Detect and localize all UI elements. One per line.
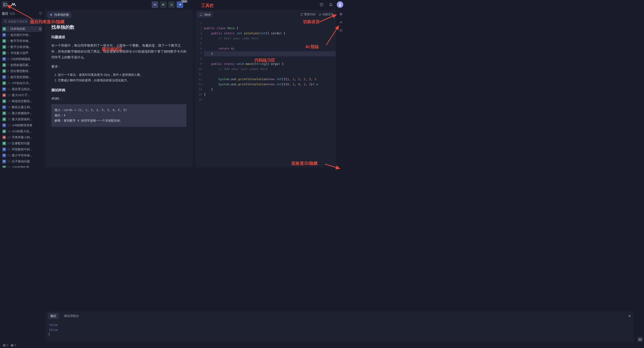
desc-heading: 问题描述 [51, 35, 186, 39]
search-input[interactable] [8, 20, 40, 23]
bell-icon[interactable] [328, 2, 334, 8]
problem-item[interactable]: 中2徒步旅行中的... [2, 32, 42, 38]
problem-item[interactable]: 中22最少字符串操... [2, 152, 42, 158]
description-tab[interactable]: 找单独的数 [47, 12, 72, 18]
req-1: 设计一个算法，使其时间复杂度为 O(n)，其中 n 是班级的人数。 [58, 72, 186, 78]
sidebar-title: 题目 [2, 12, 8, 16]
problem-name: 小F的永久代... [12, 81, 31, 85]
req-label: 要求： [51, 64, 186, 70]
problem-number: 7 [8, 64, 9, 67]
sample-box: 输入：cards = [1, 1, 2, 2, 3, 3, 4, 5, 5] 输… [51, 104, 186, 127]
problem-item[interactable]: 易7创意标题匹配... [2, 62, 42, 68]
difficulty-badge: 易 [2, 166, 6, 167]
difficulty-badge: 中 [2, 33, 6, 37]
problem-item[interactable]: 易10小F的永久代... [2, 80, 42, 86]
difficulty-badge: 中 [2, 75, 6, 79]
help-icon[interactable]: ? [318, 2, 325, 8]
problem-name: 小E的怪物挑战 [10, 57, 30, 61]
language-tab[interactable]: Java [197, 12, 212, 17]
submit-button[interactable]: Beta [177, 2, 183, 8]
reset-code-button[interactable]: 重置代码 [300, 13, 315, 17]
difficulty-badge: 易 [2, 51, 6, 55]
problem-name: 字典序最小的... [12, 135, 32, 139]
beta-badge: Beta [181, 0, 187, 3]
run-button[interactable] [160, 2, 166, 8]
problem-item[interactable]: 易1找单独的数 [2, 26, 42, 32]
problem-item[interactable]: 易13构造特定数组... [2, 98, 42, 104]
difficulty-badge: 易 [2, 81, 6, 85]
req-2: 尽量减少额外空间的使用，以体现你的算法优化能力。 [58, 78, 186, 83]
problem-number: 17 [8, 124, 10, 127]
problem-item[interactable]: 中6小E的怪物挑战 [2, 56, 42, 62]
problem-number: 20 [8, 142, 10, 145]
problem-list[interactable]: 易1找单独的数中2徒步旅行中的...易3数字字符串格...易4数字分组求偶...… [2, 26, 42, 167]
problem-name: 观光景点组合... [12, 87, 32, 91]
debug-button[interactable] [168, 2, 175, 8]
topbar: Beta ? [0, 0, 345, 9]
problem-item[interactable]: 中21环形数组中的... [2, 146, 42, 152]
difficulty-badge: 易 [2, 117, 6, 121]
difficulty-badge: 难 [2, 93, 6, 97]
sidebar: 题目 500 易1找单独的数中2徒步旅行中的...易3数字字符串格...易4数字… [0, 9, 44, 168]
ai-label[interactable]: AI [340, 21, 342, 24]
difficulty-badge: 中 [2, 57, 6, 61]
bug-side-icon[interactable] [338, 27, 344, 33]
problem-item[interactable]: 中17小M的数组变换 [2, 122, 42, 128]
ai-sparkle-icon[interactable] [338, 11, 344, 18]
problem-item[interactable]: 易24小R的随机播... [2, 164, 42, 167]
switch-language-button[interactable]: 切换语言 [318, 13, 334, 17]
problem-name: 找单独的数 [10, 27, 26, 31]
code-content[interactable]: public class Main { public static int so… [204, 19, 336, 167]
problem-number: 15 [8, 112, 10, 115]
problem-name: 环形数组中的... [12, 147, 32, 151]
problem-item[interactable]: 难19字典序最小的... [2, 134, 42, 140]
toggle-sidebar-button[interactable] [2, 2, 8, 8]
problem-name: 最大UCC子... [12, 93, 30, 97]
problem-number: 19 [8, 136, 10, 139]
refresh-icon [300, 13, 303, 16]
problem-number: 9 [8, 76, 9, 79]
problem-number: 3 [8, 39, 9, 43]
problem-item[interactable]: 中14数组元素之和... [2, 104, 42, 110]
svg-point-2 [171, 4, 172, 6]
problem-item[interactable]: 中23石子移动问题 [2, 158, 42, 164]
description-body[interactable]: 找单独的数 问题描述 在一个班级中，每位同学都拿到了一张卡片，上面有一个整数。有… [45, 20, 193, 167]
problem-number: 21 [8, 148, 10, 151]
problem-item[interactable]: 难12最大UCC子... [2, 92, 42, 98]
problem-item[interactable]: 易18小U的最大连... [2, 128, 42, 134]
search-input-container[interactable] [2, 19, 42, 25]
add-button[interactable] [152, 2, 158, 8]
difficulty-badge: 易 [2, 141, 6, 145]
difficulty-badge: 易 [2, 39, 6, 43]
sample-heading: 测试样例 [51, 88, 186, 92]
problem-item[interactable]: 易15最少前缀操作... [2, 110, 42, 116]
problem-number: 1 [8, 27, 9, 31]
editor-panel: Java 重置代码 切换语言 12345678910111213141516 p… [195, 10, 336, 167]
page-title: 找单独的数 [51, 24, 186, 30]
problem-name: 数字字符串格... [10, 39, 31, 43]
problem-item[interactable]: 易3数字字符串格... [2, 38, 42, 44]
problem-number: 4 [8, 45, 9, 49]
filter-icon[interactable] [39, 12, 42, 16]
difficulty-badge: 易 [2, 27, 6, 31]
difficulty-badge: 中 [2, 160, 6, 163]
problem-item[interactable]: 中9超市里的货物... [2, 74, 42, 80]
difficulty-badge: 易 [2, 99, 6, 103]
problem-number: 16 [8, 118, 10, 121]
problem-item[interactable]: 易8找出整型数组... [2, 68, 42, 74]
problem-name: 数字分组求偶... [10, 45, 31, 49]
avatar[interactable] [337, 2, 343, 8]
difficulty-badge: 易 [2, 69, 6, 73]
svg-rect-0 [4, 4, 7, 6]
problem-item[interactable]: 易20比赛配对问题 [2, 140, 42, 146]
problem-item[interactable]: 易4数字分组求偶... [2, 44, 42, 50]
code-editor[interactable]: 12345678910111213141516 public class Mai… [195, 19, 336, 167]
problem-name: 寻找最大葫芦 [10, 51, 28, 55]
problem-number: 18 [8, 130, 10, 133]
problem-number: 13 [8, 100, 10, 103]
problem-item[interactable]: 易16最大矩形面积... [2, 116, 42, 122]
problem-item[interactable]: 易5寻找最大葫芦 [2, 50, 42, 56]
problem-number: 10 [8, 82, 10, 85]
problem-item[interactable]: 中11观光景点组合... [2, 86, 42, 92]
problem-name: 比赛配对问题 [12, 141, 30, 145]
